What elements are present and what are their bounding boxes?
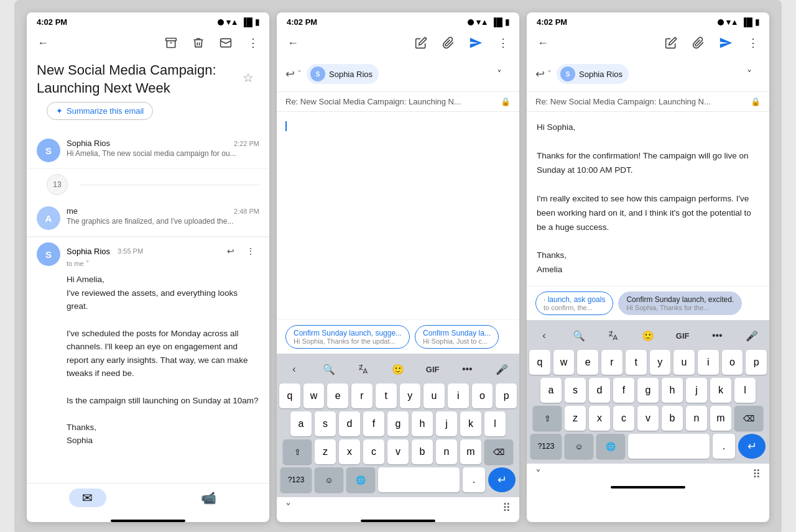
key-n-3[interactable]: n (686, 406, 707, 431)
key-d-2[interactable]: d (339, 411, 360, 436)
kb-search-btn-2[interactable]: 🔍 (318, 359, 340, 380)
send-button-3[interactable] (715, 32, 737, 54)
key-x-3[interactable]: x (589, 406, 610, 431)
key-s-3[interactable]: s (565, 378, 586, 403)
kb-mic-btn-2[interactable]: 🎤 (491, 359, 513, 380)
key-c-3[interactable]: c (613, 406, 634, 431)
key-g-3[interactable]: g (637, 378, 659, 403)
key-k-3[interactable]: k (710, 378, 731, 403)
key-e-2[interactable]: e (327, 383, 348, 408)
email-item-me[interactable]: A me 2:48 PM The graphics are finalized,… (27, 200, 269, 237)
key-o-3[interactable]: o (722, 350, 743, 375)
smart-reply-chip-3-1[interactable]: Confirm Sunday launch, excited. Hi Sophi… (618, 291, 742, 315)
key-q-3[interactable]: q (529, 350, 550, 375)
grid-icon-2[interactable]: ⠿ (502, 501, 511, 515)
more-button-3[interactable]: ⋮ (742, 32, 764, 54)
key-emoji-3[interactable]: ☺ (565, 434, 593, 459)
send-button[interactable] (465, 32, 487, 54)
to-chip-3[interactable]: S Sophia Rios (557, 64, 629, 84)
more-expanded-button[interactable]: ⋮ (242, 242, 259, 260)
kb-mic-btn-3[interactable]: 🎤 (741, 325, 763, 346)
archive-button[interactable] (160, 32, 182, 54)
chevron-down-2[interactable]: ˅ (285, 501, 291, 515)
key-space-2[interactable] (378, 467, 460, 492)
key-a-2[interactable]: a (290, 411, 312, 436)
to-chip-2[interactable]: S Sophia Rios (307, 64, 379, 84)
key-globe-3[interactable]: 🌐 (596, 434, 625, 459)
key-y-2[interactable]: y (400, 383, 421, 408)
back-button[interactable]: ← (32, 32, 54, 54)
smart-reply-chip-2-0[interactable]: Confirm Sunday launch, sugge... Hi Sophi… (285, 325, 410, 349)
reply-icon-group-3[interactable]: ↩ ˅ (535, 67, 552, 81)
nav-item-meet[interactable]: 📹 (148, 488, 269, 507)
key-n-2[interactable]: n (436, 439, 457, 464)
key-g-2[interactable]: g (387, 411, 409, 436)
key-num-2[interactable]: ?123 (280, 467, 312, 492)
key-s-2[interactable]: s (315, 411, 336, 436)
key-d-3[interactable]: d (589, 378, 610, 403)
summarize-button[interactable]: ✦ Summarize this email (47, 102, 153, 120)
key-delete-2[interactable]: ⌫ (484, 439, 513, 464)
reply-expanded-button[interactable]: ↩ (222, 242, 239, 260)
kb-more-btn-3[interactable]: ••• (706, 325, 728, 346)
key-r-3[interactable]: r (601, 350, 622, 375)
key-b-2[interactable]: b (412, 439, 433, 464)
kb-back-btn-2[interactable]: ‹ (283, 359, 305, 380)
key-shift-2[interactable]: ⇧ (283, 439, 312, 464)
expand-compose-button-3[interactable]: ˅ (738, 63, 761, 85)
key-u-2[interactable]: u (423, 383, 445, 408)
mark-unread-button[interactable] (215, 32, 237, 54)
key-h-2[interactable]: h (412, 411, 433, 436)
key-y-3[interactable]: y (650, 350, 671, 375)
key-a-3[interactable]: a (540, 378, 562, 403)
expand-badge[interactable]: 13 (47, 174, 68, 195)
reply-icon-group-2[interactable]: ↩ ˅ (285, 67, 302, 81)
keyboard-3[interactable]: ‹ 🔍 🙂 GIF ••• 🎤 q w e r t y u i o (527, 320, 769, 464)
key-w-2[interactable]: w (303, 383, 325, 408)
key-p-2[interactable]: p (496, 383, 517, 408)
key-dot-2[interactable]: . (463, 467, 485, 492)
attach-button-3[interactable] (687, 32, 710, 54)
more-button-2[interactable]: ⋮ (492, 32, 514, 54)
kb-emoji-btn-3[interactable]: 🙂 (637, 325, 659, 346)
kb-emoji-btn-2[interactable]: 🙂 (387, 359, 409, 380)
key-enter-2[interactable]: ↵ (488, 467, 516, 492)
key-i-2[interactable]: i (448, 383, 469, 408)
key-globe-2[interactable]: 🌐 (346, 467, 375, 492)
star-button[interactable]: ☆ (237, 66, 259, 89)
key-emoji-2[interactable]: ☺ (315, 467, 343, 492)
key-f-3[interactable]: f (613, 378, 634, 403)
key-x-2[interactable]: x (339, 439, 360, 464)
key-shift-3[interactable]: ⇧ (533, 406, 562, 431)
key-l-2[interactable]: l (484, 411, 506, 436)
key-k-2[interactable]: k (460, 411, 481, 436)
back-button-3[interactable]: ← (532, 32, 554, 54)
key-t-2[interactable]: t (376, 383, 397, 408)
key-r-2[interactable]: r (351, 383, 373, 408)
key-j-2[interactable]: j (436, 411, 457, 436)
chevron-down-3[interactable]: ˅ (535, 467, 541, 481)
kb-gif-btn-3[interactable]: GIF (672, 325, 694, 346)
grid-icon-3[interactable]: ⠿ (752, 467, 761, 481)
email-item-1[interactable]: S Sophia Rios 2:22 PM Hi Amelia, The new… (27, 132, 269, 169)
kb-gif-btn-2[interactable]: GIF (422, 359, 444, 380)
key-o-2[interactable]: o (472, 383, 493, 408)
kb-more-btn-2[interactable]: ••• (456, 359, 478, 380)
key-i-3[interactable]: i (698, 350, 719, 375)
key-dot-3[interactable]: . (713, 434, 735, 459)
key-num-3[interactable]: ?123 (530, 434, 562, 459)
key-l-3[interactable]: l (734, 378, 756, 403)
kb-translate-btn-3[interactable] (602, 325, 624, 346)
key-p-3[interactable]: p (746, 350, 767, 375)
key-v-2[interactable]: v (387, 439, 409, 464)
key-q-2[interactable]: q (279, 383, 300, 408)
attach-button[interactable] (437, 32, 460, 54)
to-me-label[interactable]: to me ˅ (67, 260, 259, 268)
key-h-3[interactable]: h (662, 378, 683, 403)
key-w-3[interactable]: w (553, 350, 575, 375)
key-v-3[interactable]: v (637, 406, 659, 431)
key-f-2[interactable]: f (363, 411, 384, 436)
nav-item-mail[interactable]: ✉ (27, 488, 148, 507)
key-z-3[interactable]: z (565, 406, 586, 431)
key-space-3[interactable] (628, 434, 710, 459)
